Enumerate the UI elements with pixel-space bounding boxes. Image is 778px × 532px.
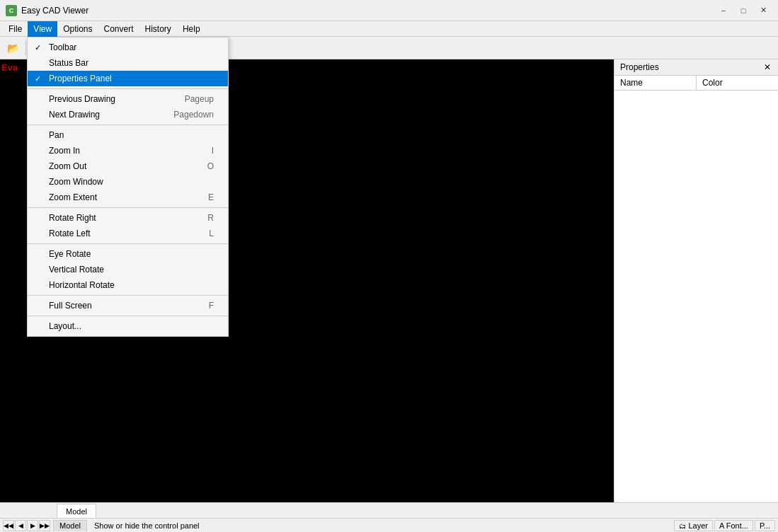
title-bar: C Easy CAD Viewer − □ ✕	[0, 0, 778, 21]
nav-prev[interactable]: ◀	[15, 520, 26, 531]
layout-label: Layout...	[49, 321, 81, 331]
nav-next[interactable]: ▶	[27, 520, 38, 531]
menu-zoom-in[interactable]: Zoom In I	[28, 143, 228, 158]
prop-col-color: Color	[697, 76, 778, 90]
sep-1	[28, 88, 228, 89]
sep-4	[28, 243, 228, 244]
zoom-window-label: Zoom Window	[49, 177, 103, 187]
menu-history[interactable]: History	[139, 21, 177, 37]
menu-pan[interactable]: Pan	[28, 127, 228, 143]
menu-options[interactable]: Options	[57, 21, 98, 37]
menu-statusbar-label: Status Bar	[49, 58, 88, 68]
nav-buttons: ◀◀ ◀ ▶ ▶▶	[3, 520, 50, 531]
properties-header: Properties ✕	[614, 59, 778, 76]
pan-label: Pan	[49, 130, 64, 140]
menu-horizontal-rotate[interactable]: Horizontal Rotate	[28, 277, 228, 293]
menu-properties-label: Properties Panel	[49, 74, 112, 83]
sep-5	[28, 295, 228, 296]
menu-next-drawing[interactable]: Next Drawing Pagedown	[28, 107, 228, 122]
status-bar: ◀◀ ◀ ▶ ▶▶ Model Show or hide the control…	[0, 518, 778, 532]
menu-bar: File View Options Convert History Help	[0, 21, 778, 37]
rotate-left-shortcut: L	[209, 229, 214, 238]
window-title: Easy CAD Viewer	[21, 6, 714, 16]
vertical-rotate-label: Vertical Rotate	[49, 265, 104, 274]
next-drawing-shortcut: Pagedown	[173, 110, 214, 120]
window-controls: − □ ✕	[714, 4, 772, 18]
status-font-btn[interactable]: A Font...	[714, 520, 753, 531]
prev-drawing-shortcut: Pageup	[185, 94, 214, 104]
rotate-right-label: Rotate Right	[49, 213, 96, 223]
menu-zoom-extent[interactable]: Zoom Extent E	[28, 190, 228, 205]
properties-columns: Name Color	[614, 76, 778, 91]
menu-zoom-window[interactable]: Zoom Window	[28, 174, 228, 190]
menu-full-screen[interactable]: Full Screen F	[28, 298, 228, 313]
zoom-out-shortcut: O	[207, 161, 214, 171]
toolbar-sep-1	[25, 41, 26, 55]
status-text: Show or hide the control panel	[87, 521, 674, 530]
sep-3	[28, 207, 228, 208]
properties-title: Properties	[620, 62, 659, 72]
full-screen-shortcut: F	[209, 301, 214, 311]
menu-help[interactable]: Help	[177, 21, 206, 37]
menu-toolbar[interactable]: ✓ Toolbar	[28, 40, 228, 55]
zoom-extent-label: Zoom Extent	[49, 192, 97, 202]
rotate-left-label: Rotate Left	[49, 229, 91, 238]
menu-convert[interactable]: Convert	[98, 21, 139, 37]
menu-toolbar-label: Toolbar	[49, 42, 76, 52]
menu-prev-drawing[interactable]: Previous Drawing Pageup	[28, 91, 228, 107]
status-right: 🗂 Layer A Font... P...	[674, 520, 775, 531]
app-icon: C	[6, 5, 17, 16]
menu-rotate-right[interactable]: Rotate Right R	[28, 210, 228, 226]
next-drawing-label: Next Drawing	[49, 110, 100, 120]
properties-panel: Properties ✕ Name Color	[614, 59, 778, 502]
tab-model-bottom[interactable]: Model	[53, 520, 87, 531]
zoom-in-shortcut: I	[212, 146, 214, 156]
zoom-extent-shortcut: E	[208, 192, 214, 202]
horizontal-rotate-label: Horizontal Rotate	[49, 280, 115, 290]
menu-layout[interactable]: Layout...	[28, 318, 228, 334]
menu-file[interactable]: File	[3, 21, 28, 37]
menu-rotate-left[interactable]: Rotate Left L	[28, 226, 228, 241]
sep-2	[28, 125, 228, 125]
status-layer-btn[interactable]: 🗂 Layer	[674, 520, 713, 531]
full-screen-label: Full Screen	[49, 301, 92, 311]
toolbar-open[interactable]: 📂	[3, 39, 23, 57]
tab-bar: Model	[0, 502, 778, 518]
menu-view[interactable]: View	[28, 21, 57, 37]
menu-properties-panel[interactable]: ✓ Properties Panel	[28, 71, 228, 86]
prop-col-name: Name	[614, 76, 697, 90]
toolbar-check: ✓	[35, 43, 41, 52]
properties-check: ✓	[35, 74, 41, 83]
rotate-right-shortcut: R	[207, 213, 214, 223]
menu-vertical-rotate[interactable]: Vertical Rotate	[28, 262, 228, 277]
nav-first[interactable]: ◀◀	[3, 520, 14, 531]
zoom-out-label: Zoom Out	[49, 161, 86, 171]
menu-statusbar[interactable]: Status Bar	[28, 55, 228, 71]
maximize-button[interactable]: □	[734, 4, 753, 18]
sep-6	[28, 316, 228, 316]
prev-drawing-label: Previous Drawing	[49, 94, 115, 104]
minimize-button[interactable]: −	[714, 4, 733, 18]
menu-zoom-out[interactable]: Zoom Out O	[28, 158, 228, 174]
properties-close-button[interactable]: ✕	[762, 62, 772, 72]
zoom-in-label: Zoom In	[49, 146, 80, 156]
nav-last[interactable]: ▶▶	[39, 520, 50, 531]
tab-model[interactable]: Model	[57, 504, 96, 518]
eye-rotate-label: Eye Rotate	[49, 249, 91, 259]
view-dropdown-menu: ✓ Toolbar Status Bar ✓ Properties Panel …	[27, 37, 229, 337]
status-p-btn[interactable]: P...	[755, 520, 775, 531]
close-button[interactable]: ✕	[754, 4, 772, 18]
menu-eye-rotate[interactable]: Eye Rotate	[28, 246, 228, 262]
